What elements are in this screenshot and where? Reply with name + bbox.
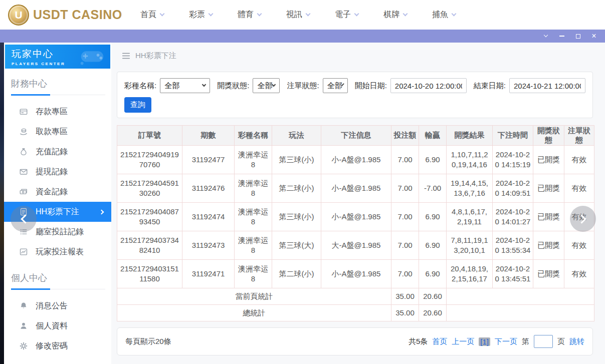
sidebar-item-gear[interactable]: 修改密碼 xyxy=(4,336,111,356)
table-cell: 2024-10-20 13:45:51 xyxy=(493,260,533,288)
table-cell: 第三球(大) xyxy=(272,231,321,260)
table-cell: 7.00 xyxy=(391,146,419,174)
nav-item-home[interactable]: 首頁 xyxy=(140,10,164,20)
chevron-down-icon xyxy=(257,12,262,17)
next-page-link[interactable]: 下一页 xyxy=(495,337,517,346)
breadcrumb: HH彩票下注 xyxy=(111,43,605,69)
sidebar-item-label: 個人資料 xyxy=(36,321,68,331)
column-header: 訂單號 xyxy=(117,126,182,146)
table-cell: 第二球(小) xyxy=(272,174,321,203)
app-body: 玩家中心 PLAYERS CENTER 財務中心存款專區取款專區充值記錄提現記錄… xyxy=(0,43,605,364)
sidebar-item-person[interactable]: 個人資料 xyxy=(4,316,111,336)
order-status-label: 注單狀態: xyxy=(287,81,319,91)
nav-item-label: 彩票 xyxy=(189,10,205,20)
sidebar-item-deposit[interactable]: 存款專區 xyxy=(4,102,111,122)
table-cell: 2152172940373482410 xyxy=(117,231,182,260)
nav-item-slots[interactable]: 電子 xyxy=(335,10,358,20)
nav-item-sports[interactable]: 體育 xyxy=(238,10,261,20)
table-cell: 小-A盤@1.985 xyxy=(321,203,391,231)
sidebar-item-recharge-record[interactable]: 充值記錄 xyxy=(4,142,111,162)
pagination-panel: 每頁顯示20條 共5条 首页 上一页 [1] 下一页 第 页 跳转 xyxy=(117,327,593,355)
table-cell: 7.00 xyxy=(391,231,419,260)
panel-expand-button[interactable] xyxy=(570,206,596,232)
menu-icon xyxy=(122,52,130,60)
first-page-link[interactable]: 首页 xyxy=(432,337,447,346)
prev-page-link[interactable]: 上一页 xyxy=(452,337,474,346)
jump-button[interactable]: 跳转 xyxy=(569,337,584,346)
table-cell: 已開獎 xyxy=(533,260,564,288)
sidebar-item-bet-report[interactable]: 玩家投注報表 xyxy=(4,242,111,262)
nav-item-fishing[interactable]: 捕魚 xyxy=(432,10,456,20)
column-header: 開獎狀態 xyxy=(533,126,564,146)
main-nav: 首頁彩票體育視訊電子棋牌捕魚 xyxy=(140,10,456,20)
nav-item-live-video[interactable]: 視訊 xyxy=(286,10,310,20)
current-page-indicator: [1] xyxy=(479,337,490,346)
table-cell: 6.90 xyxy=(419,260,447,288)
nav-item-label: 捕魚 xyxy=(432,10,448,20)
table-cell: -7.00 xyxy=(419,174,447,203)
section-underline xyxy=(11,289,105,289)
window-minimize-button[interactable] xyxy=(554,30,570,43)
table-cell: 已開獎 xyxy=(533,146,564,174)
background-image-strip xyxy=(0,43,4,364)
bet-table-wrap: 訂單號期數彩種名稱玩法下注信息投注額輸贏開獎結果下注時間開獎狀態注單狀態2152… xyxy=(117,125,593,321)
table-cell: 31192477 xyxy=(182,146,235,174)
table-cell: 澳洲幸运8 xyxy=(235,231,272,260)
sidebar-item-withdraw-record[interactable]: 提現記錄 xyxy=(4,162,111,182)
table-cell: 已開獎 xyxy=(533,231,564,260)
deposit-icon xyxy=(19,107,28,116)
table-cell: 有效 xyxy=(564,260,594,288)
table-cell: 有效 xyxy=(564,174,594,203)
end-date-input[interactable] xyxy=(509,78,585,93)
table-header-row: 訂單號期數彩種名稱玩法下注信息投注額輸贏開獎結果下注時間開獎狀態注單狀態 xyxy=(117,126,594,146)
table-cell: 澳洲幸运8 xyxy=(235,260,272,288)
summary-empty-cell xyxy=(447,288,594,305)
table-cell: 31192474 xyxy=(182,203,235,231)
table-cell: 有效 xyxy=(564,146,594,174)
brand-coin-icon: U xyxy=(8,5,29,26)
sidebar-item-funds-record[interactable]: 資金記錄 xyxy=(4,182,111,202)
column-header: 下注信息 xyxy=(321,126,391,146)
column-header: 期數 xyxy=(182,126,235,146)
brand-name: USDT CASINO xyxy=(33,8,122,22)
table-row: 215217294031511158031192471澳洲幸运8第二球(小)小-… xyxy=(117,260,594,288)
chevron-down-icon xyxy=(452,12,457,17)
sidebar: 玩家中心 PLAYERS CENTER 財務中心存款專區取款專區充值記錄提現記錄… xyxy=(4,43,111,364)
funds-record-icon xyxy=(19,187,28,196)
sidebar-item-label: HH彩票下注 xyxy=(36,207,79,217)
draw-status-select[interactable]: 全部 xyxy=(253,78,280,93)
minimize-icon xyxy=(559,36,564,37)
table-cell: 小-A盤@1.985 xyxy=(321,146,391,174)
lottery-name-select[interactable]: 全部 xyxy=(160,78,210,93)
sidebar-item-label: 取款專區 xyxy=(36,127,68,137)
sidebar-item-bell[interactable]: 消息公告 xyxy=(4,296,111,316)
maximize-icon xyxy=(576,34,580,39)
table-cell: 20,4,18,19,2,15,16,17 xyxy=(447,260,493,288)
summary-label: 總統計 xyxy=(117,305,391,321)
table-cell: 第三球(小) xyxy=(272,146,321,174)
page-jump-input[interactable] xyxy=(534,335,553,348)
window-maximize-button[interactable] xyxy=(570,30,586,43)
start-date-input[interactable] xyxy=(390,78,467,93)
sidebar-collapse-button[interactable] xyxy=(11,206,37,232)
table-cell: 7,8,11,19,13,20,10,1 xyxy=(447,231,493,260)
window-expand-button[interactable] xyxy=(538,30,554,43)
selected-value: 全部 xyxy=(327,81,342,91)
nav-item-card-games[interactable]: 棋牌 xyxy=(383,10,407,20)
sidebar-item-withdraw[interactable]: 取款專區 xyxy=(4,122,111,142)
column-header: 玩法 xyxy=(272,126,321,146)
app-window: U USDT CASINO 首頁彩票體育視訊電子棋牌捕魚 × 玩家中心 PLAY… xyxy=(0,0,605,364)
lottery-name-label: 彩種名稱: xyxy=(124,81,156,91)
table-cell: 2024-10-20 14:15:19 xyxy=(493,146,533,174)
sidebar-menu: 消息公告個人資料修改密碼 xyxy=(4,291,111,357)
order-status-select[interactable]: 全部 xyxy=(323,78,348,93)
search-button[interactable]: 查詢 xyxy=(124,97,151,113)
nav-item-lottery[interactable]: 彩票 xyxy=(189,10,213,20)
chevron-down-icon xyxy=(209,12,214,17)
column-header: 開獎結果 xyxy=(447,126,493,146)
window-close-button[interactable]: × xyxy=(586,30,602,43)
total-count: 共5条 xyxy=(409,337,428,346)
withdraw-record-icon xyxy=(19,167,28,176)
table-cell: 第二球(小) xyxy=(272,260,321,288)
table-cell: 澳洲幸运8 xyxy=(235,203,272,231)
